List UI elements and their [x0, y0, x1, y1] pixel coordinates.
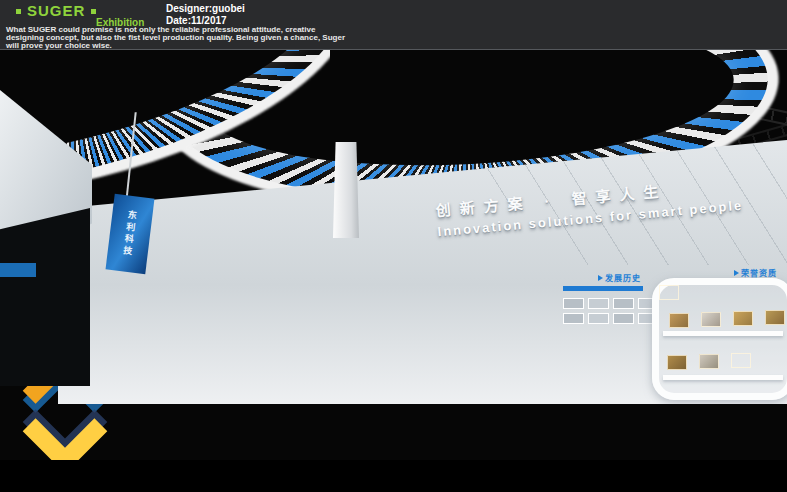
- award-shelf: [652, 278, 787, 400]
- award-plaque: [659, 285, 679, 300]
- arrow-icon: [734, 270, 739, 276]
- shelf-ledge: [663, 331, 783, 336]
- photo-thumb: [588, 298, 609, 309]
- title-bar: SUGER Exhibition Designer:guobei Date:11…: [0, 0, 787, 50]
- promo-text: What SUGER could promise is not only the…: [6, 26, 354, 49]
- history-blue-bar: [563, 286, 643, 291]
- designer-label: Designer:guobei: [166, 3, 245, 14]
- left-side-wall: [0, 208, 90, 386]
- award-plaque: [733, 311, 753, 326]
- photo-thumb: [613, 313, 634, 324]
- support-column: [333, 142, 359, 238]
- photo-thumb: [563, 298, 584, 309]
- award-plaque: [701, 312, 721, 327]
- design-board: SUGER Exhibition Designer:guobei Date:11…: [0, 0, 787, 492]
- history-photo-wall: [563, 298, 659, 358]
- banner-text: 东利科技: [121, 209, 140, 258]
- side-sign: [0, 263, 36, 277]
- photo-thumb: [563, 313, 584, 324]
- award-plaque: [699, 354, 719, 369]
- award-plaque: [669, 313, 689, 328]
- award-plaque: [731, 353, 751, 368]
- history-label: 发展历史: [598, 272, 641, 283]
- photo-thumb: [588, 313, 609, 324]
- booth-render: 东利科技 创新方案 · 智享人生 Innovation solutions fo…: [0, 50, 787, 460]
- arrow-icon: [598, 275, 603, 281]
- honor-label: 荣誉资质: [734, 267, 777, 278]
- photo-thumb: [613, 298, 634, 309]
- award-plaque: [765, 310, 785, 325]
- award-plaque: [667, 355, 687, 370]
- shelf-ledge: [663, 375, 783, 380]
- suger-logo: SUGER: [10, 2, 102, 19]
